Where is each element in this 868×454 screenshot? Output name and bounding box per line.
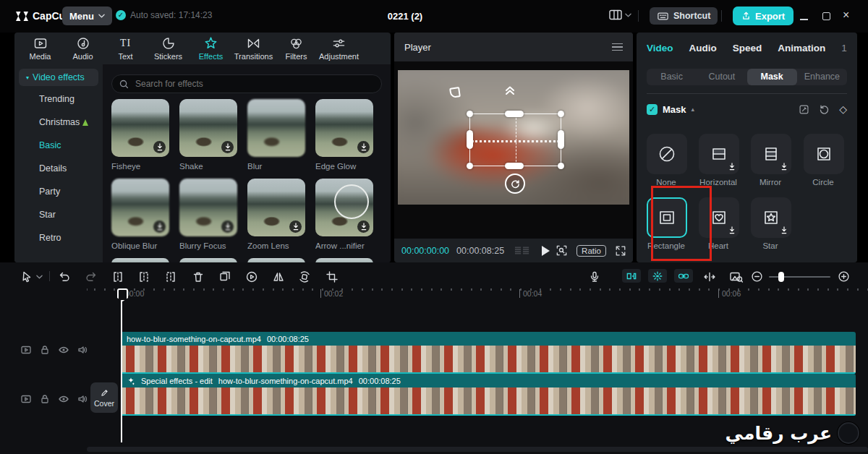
reverse-play-icon[interactable] [245,270,258,283]
mask-option-star[interactable]: Star [751,197,790,250]
tab-transitions[interactable]: Transitions [232,37,275,61]
subtab-basic[interactable]: Basic [647,69,697,85]
subtab-mask[interactable]: Mask [747,69,797,85]
video-frame[interactable] [398,70,629,205]
edge-trim-icon[interactable] [703,270,716,283]
mask-right-handle[interactable] [558,130,564,149]
sidebar-item-trending[interactable]: Trending [14,87,103,111]
mute-track-icon[interactable] [77,393,88,405]
timeline-zoom-slider-thumb[interactable] [778,272,784,282]
sidebar-item-retro[interactable]: Retro [14,226,103,249]
mask-bottom-handle[interactable] [505,163,524,169]
tab-media[interactable]: Media [19,37,61,61]
tab-speed[interactable]: Speed [733,43,762,53]
frame-pages-icon[interactable] [514,246,530,256]
mask-top-handle[interactable] [505,111,524,117]
tab-stickers[interactable]: Stickers [147,37,190,61]
sidebar-item-star[interactable]: Star [14,203,103,226]
effect-card-blur[interactable]: Blur [247,99,307,171]
sidebar-item-party[interactable]: Party [14,180,103,203]
mask-option-none[interactable]: None [647,134,686,187]
mask-adjust-icon[interactable] [799,104,809,115]
delete-left-icon[interactable] [137,270,150,283]
search-input[interactable] [134,78,374,90]
minimize-button[interactable] [800,19,808,20]
layout-panels-icon[interactable] [609,9,622,20]
tab-animation[interactable]: Animation [778,43,825,53]
effect-card-fisheye[interactable]: Fisheye [111,99,171,171]
mask-feather-handle[interactable] [503,85,516,96]
sidebar-item-details[interactable]: Details [14,157,103,180]
collapse-icon[interactable]: ▴ [692,106,695,113]
play-button[interactable] [542,246,550,256]
mask-option-circle[interactable]: Circle [804,134,843,187]
tab-audio[interactable]: Audio [61,37,104,61]
layout-chevron-icon[interactable] [625,13,631,17]
undo-icon[interactable] [58,270,71,283]
effect-card-arrow-magnifier[interactable]: Arrow ...nifier [315,179,375,250]
tab-adjustment[interactable]: Adjustment [318,37,360,61]
zoom-out-icon[interactable] [751,270,763,283]
reset-icon[interactable] [819,104,830,115]
effect-card-shake[interactable]: Shake [179,99,239,171]
fullscreen-icon[interactable] [615,245,626,257]
mask-corner-handle[interactable] [558,163,564,169]
cover-button[interactable]: Cover [90,382,118,413]
rotate-icon[interactable] [298,270,311,283]
delete-icon[interactable] [192,270,205,283]
record-voiceover-icon[interactable] [588,270,601,283]
tab-effects[interactable]: Effects [190,37,232,61]
subtab-enhance[interactable]: Enhance [797,69,847,85]
mask-rotate-handle[interactable] [505,174,525,194]
auto-snap-toggle[interactable] [648,269,667,283]
split-icon[interactable] [111,270,124,283]
effects-search-bar[interactable] [111,74,382,93]
zoom-in-icon[interactable] [838,270,850,283]
select-tool-chevron-icon[interactable] [36,275,43,279]
sidebar-item-basic[interactable]: Basic [14,134,103,157]
effect-card-oblique-blur[interactable]: Oblique Blur [111,179,171,250]
delete-right-icon[interactable] [164,270,177,283]
video-clip-track2[interactable]: Special effects - edit how-to-blur-somet… [121,374,856,416]
shortcut-button[interactable]: Shortcut [650,7,718,25]
player-menu-icon[interactable] [612,41,623,53]
link-clips-toggle[interactable] [674,269,693,283]
preview-frame-icon[interactable] [729,270,744,283]
mask-enabled-checkbox[interactable]: ✓ [647,104,658,115]
mask-selection-rect[interactable] [469,113,561,166]
playhead-line[interactable] [121,290,122,442]
hide-track-icon[interactable] [58,344,69,356]
hide-track-icon[interactable] [58,393,69,405]
tab-audio-props[interactable]: Audio [689,43,717,53]
mute-track-icon[interactable] [77,344,88,356]
preview-quality-icon[interactable] [556,244,568,257]
mask-corner-handle[interactable] [467,111,473,117]
ratio-button[interactable]: Ratio [576,245,606,257]
tab-filters[interactable]: Filters [275,37,318,61]
keyframe-diamond-icon[interactable]: ◇ [839,103,847,115]
freeze-frame-icon[interactable] [218,270,231,283]
tab-video[interactable]: Video [647,43,673,53]
mask-corner-handle[interactable] [467,163,473,169]
timeline-ruler[interactable]: 00:00 00:02 00:04 00:06 [87,288,868,300]
tab-text[interactable]: TI Text [104,37,147,61]
close-button[interactable]: × [843,9,849,22]
mask-corner-handle[interactable] [558,111,564,117]
select-tool-icon[interactable] [20,270,33,283]
video-clip-track1[interactable]: how-to-blur-something-on-capcut.mp4 00:0… [121,332,856,374]
effect-card-blurry-focus[interactable]: Blurry Focus [179,179,239,250]
sidebar-item-christmas[interactable]: Christmas [14,111,103,134]
redo-icon[interactable] [85,270,98,283]
mask-option-horizontal[interactable]: Horizontal [699,134,738,187]
maximize-button[interactable] [822,12,830,20]
crop-icon[interactable] [326,270,339,283]
lock-track-icon[interactable] [39,393,51,405]
lock-track-icon[interactable] [39,344,51,356]
menu-button[interactable]: Menu [62,7,112,25]
horizontal-scrollbar[interactable] [87,447,868,452]
subtab-cutout[interactable]: Cutout [697,69,746,85]
main-track-magnet-toggle[interactable] [622,269,641,283]
export-button[interactable]: Export [733,7,793,25]
effect-card-zoom-lens[interactable]: Zoom Lens [247,179,307,250]
mask-left-handle[interactable] [467,130,473,149]
